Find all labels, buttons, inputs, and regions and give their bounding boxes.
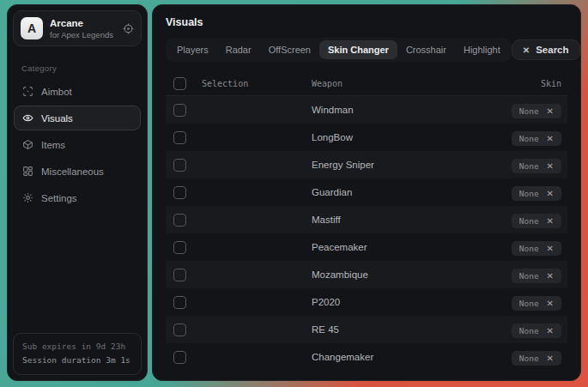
tab-bar: Players Radar OffScreen Skin Changer Cro… — [166, 38, 512, 62]
tab-radar[interactable]: Radar — [217, 40, 260, 59]
table-row[interactable]: Mastiff None✕ — [166, 206, 567, 233]
skin-badge[interactable]: None✕ — [512, 214, 561, 228]
toolbar: Players Radar OffScreen Skin Changer Cro… — [166, 38, 567, 62]
row-checkbox[interactable] — [173, 159, 186, 172]
sidebar-nav: Aimbot Visuals Items — [8, 79, 147, 210]
search-button-label: Search — [536, 45, 568, 55]
skin-badge[interactable]: None✕ — [512, 159, 561, 173]
clear-skin-icon[interactable]: ✕ — [547, 299, 554, 308]
tab-skin-changer[interactable]: Skin Changer — [319, 40, 397, 59]
skin-badge[interactable]: None✕ — [512, 296, 561, 311]
select-all-checkbox[interactable] — [173, 77, 186, 90]
table-row[interactable]: Guardian None✕ — [166, 178, 567, 206]
skin-value: None — [519, 161, 539, 171]
app-subtitle: for Apex Legends — [50, 30, 116, 39]
skin-badge[interactable]: None✕ — [512, 104, 561, 118]
sidebar-item-label: Settings — [41, 193, 77, 203]
clear-skin-icon[interactable]: ✕ — [547, 354, 554, 363]
column-header-skin: Skin — [541, 79, 561, 88]
table-row[interactable]: Windman None✕ — [166, 96, 567, 124]
sidebar: A Arcane for Apex Legends Category — [7, 4, 148, 381]
visuals-icon — [22, 112, 33, 124]
skin-badge[interactable]: None✕ — [512, 186, 561, 201]
skin-value: None — [519, 326, 539, 336]
clear-skin-icon[interactable]: ✕ — [547, 244, 554, 253]
weapon-name: P2020 — [312, 297, 512, 307]
search-button[interactable]: ✕ Search — [512, 39, 580, 60]
skin-value: None — [519, 244, 539, 253]
sidebar-item-aimbot[interactable]: Aimbot — [14, 79, 141, 104]
sidebar-item-miscellaneous[interactable]: Miscellaneous — [14, 159, 141, 184]
tab-crosshair[interactable]: Crosshair — [397, 40, 455, 59]
clear-skin-icon[interactable]: ✕ — [547, 161, 554, 171]
clear-skin-icon[interactable]: ✕ — [547, 189, 554, 198]
sidebar-item-items[interactable]: Items — [14, 132, 141, 157]
row-checkbox[interactable] — [173, 324, 186, 336]
tab-offscreen[interactable]: OffScreen — [260, 40, 319, 59]
clear-skin-icon[interactable]: ✕ — [547, 271, 554, 281]
table-row[interactable]: Changemaker None✕ — [166, 343, 567, 371]
tab-highlight[interactable]: Highlight — [455, 40, 509, 59]
items-icon — [22, 139, 33, 150]
session-duration-text: Session duration 3m 1s — [22, 354, 132, 368]
row-checkbox[interactable] — [173, 269, 186, 281]
skin-badge[interactable]: None✕ — [512, 131, 561, 146]
table-row[interactable]: Energy Sniper None✕ — [166, 151, 567, 178]
table-row[interactable]: RE 45 None✕ — [166, 316, 567, 343]
skin-value: None — [519, 134, 539, 143]
sidebar-item-label: Miscellaneous — [41, 166, 104, 177]
row-checkbox[interactable] — [173, 296, 186, 309]
skin-value: None — [519, 216, 539, 226]
category-label: Category — [21, 63, 133, 73]
skin-badge[interactable]: None✕ — [512, 324, 561, 338]
weapon-name: Energy Sniper — [312, 160, 512, 170]
skin-value: None — [519, 299, 539, 308]
row-checkbox[interactable] — [173, 186, 186, 199]
row-checkbox[interactable] — [173, 131, 186, 144]
app-name: Arcane — [50, 17, 116, 29]
skin-value: None — [519, 189, 539, 198]
skin-value: None — [519, 354, 539, 363]
clear-skin-icon[interactable]: ✕ — [547, 326, 554, 336]
row-checkbox[interactable] — [173, 214, 186, 227]
search-icon: ✕ — [523, 45, 530, 55]
subscription-info-card: Sub expires in 9d 23h Session duration 3… — [13, 333, 142, 375]
main-panel: Visuals Players Radar OffScreen Skin Cha… — [152, 4, 581, 381]
weapon-name: Windman — [312, 105, 512, 115]
row-checkbox[interactable] — [173, 351, 186, 364]
row-checkbox[interactable] — [173, 104, 186, 117]
settings-icon — [22, 192, 33, 203]
tab-players[interactable]: Players — [168, 40, 217, 59]
miscellaneous-icon — [22, 166, 33, 177]
weapon-name: RE 45 — [312, 324, 512, 335]
app-logo: A — [21, 17, 43, 39]
app-window: A Arcane for Apex Legends Category — [7, 4, 581, 381]
clear-skin-icon[interactable]: ✕ — [547, 216, 554, 226]
sidebar-item-label: Aimbot — [41, 87, 72, 97]
sidebar-item-label: Items — [41, 140, 65, 150]
table-row[interactable]: Mozambique None✕ — [166, 261, 567, 288]
skin-value: None — [519, 106, 539, 116]
table-row[interactable]: P2020 None✕ — [166, 288, 567, 316]
skin-value: None — [519, 271, 539, 281]
weapon-name: Changemaker — [312, 352, 512, 362]
skin-badge[interactable]: None✕ — [512, 269, 561, 283]
table-row[interactable]: LongBow None✕ — [166, 124, 567, 151]
target-icon[interactable] — [123, 23, 134, 34]
weapon-name: Mozambique — [312, 269, 512, 280]
app-header-card: A Arcane for Apex Legends — [13, 10, 142, 46]
sidebar-item-settings[interactable]: Settings — [14, 185, 141, 210]
skin-badge[interactable]: None✕ — [512, 241, 561, 256]
column-header-selection: Selection — [202, 79, 312, 88]
weapon-name: LongBow — [312, 132, 512, 142]
sidebar-item-visuals[interactable]: Visuals — [14, 106, 141, 130]
table-row[interactable]: Peacemaker None✕ — [166, 233, 567, 261]
clear-skin-icon[interactable]: ✕ — [547, 106, 554, 116]
weapon-name: Guardian — [312, 187, 512, 197]
skin-badge[interactable]: None✕ — [512, 351, 561, 366]
weapon-name: Mastiff — [312, 215, 512, 225]
row-checkbox[interactable] — [173, 241, 186, 254]
clear-skin-icon[interactable]: ✕ — [547, 134, 554, 143]
sidebar-item-label: Visuals — [41, 113, 73, 124]
skin-table: Selection Weapon Skin Windman None✕ Long… — [166, 71, 567, 372]
